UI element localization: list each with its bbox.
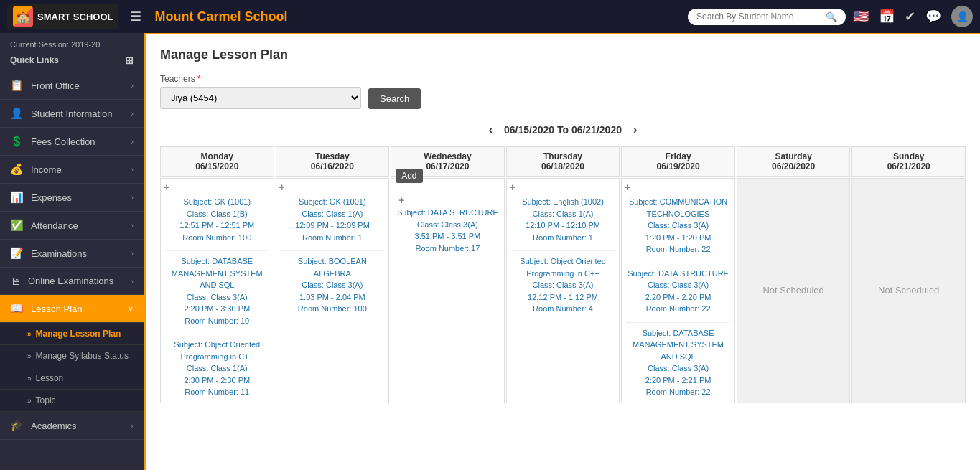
search-button[interactable]: Search bbox=[368, 88, 421, 109]
add-button-thursday[interactable]: + bbox=[510, 182, 515, 193]
lesson-card: Subject: GK (1001) Class: Class 1(A) 12:… bbox=[281, 196, 385, 243]
search-input[interactable] bbox=[696, 11, 821, 22]
lesson-link[interactable]: Subject: DATABASE MANAGEMENT SYSTEM AND … bbox=[633, 329, 724, 361]
sidebar-item-student-info[interactable]: 👤 Student Information › bbox=[0, 100, 144, 128]
sidebar-item-fees[interactable]: 💲 Fees Collection › bbox=[0, 128, 144, 156]
online-exam-icon: 🖥 bbox=[10, 275, 21, 287]
lesson-plan-icon: 📖 bbox=[10, 302, 24, 315]
add-button-monday[interactable]: + bbox=[164, 182, 169, 193]
sidebar-item-attendance[interactable]: ✅ Attendance › bbox=[0, 212, 144, 240]
hamburger-icon[interactable]: ☰ bbox=[130, 9, 141, 24]
cal-header-saturday: Saturday 06/20/2020 bbox=[737, 146, 851, 177]
sidebar-sub-lesson-plan: » Manage Lesson Plan » Manage Syllabus S… bbox=[0, 323, 144, 412]
search-icon: 🔍 bbox=[826, 11, 837, 22]
add-button-friday[interactable]: + bbox=[625, 182, 630, 193]
lesson-card: Subject: English (1002) Class: Class 1(A… bbox=[511, 196, 615, 243]
chevron-icon: › bbox=[131, 249, 134, 258]
lesson-card: Subject: DATABASE MANAGEMENT SYSTEM AND … bbox=[165, 250, 269, 326]
grid-icon[interactable]: ⊞ bbox=[125, 55, 134, 66]
cal-cell-thursday: + Subject: English (1002) Class: Class 1… bbox=[506, 178, 620, 403]
chevron-icon: › bbox=[131, 221, 134, 230]
sidebar: Current Session: 2019-20 Quick Links ⊞ 📋… bbox=[0, 33, 144, 470]
search-box: 🔍 bbox=[688, 9, 846, 25]
cal-header-thursday: Thursday 06/18/2020 bbox=[506, 146, 620, 177]
lesson-link[interactable]: Subject: Object Oriented Programming in … bbox=[174, 340, 260, 361]
sidebar-sub-manage-lesson[interactable]: » Manage Lesson Plan bbox=[0, 323, 144, 345]
lesson-card: Subject: BOOLEAN ALGEBRA Class: Class 3(… bbox=[281, 250, 385, 315]
lesson-link[interactable]: Subject: COMMUNICATION TECHNOLOGIES bbox=[629, 197, 727, 218]
cal-header-monday: Monday 06/15/2020 bbox=[160, 146, 274, 177]
lesson-link[interactable]: Subject: DATA STRUCTURE bbox=[397, 208, 498, 217]
cal-cell-sunday: Not Scheduled bbox=[851, 178, 966, 403]
chevron-icon: › bbox=[131, 81, 134, 90]
sidebar-item-lesson-plan[interactable]: 📖 Lesson Plan ∨ bbox=[0, 295, 144, 323]
calendar-nav: ‹ 06/15/2020 To 06/21/2020 › bbox=[160, 123, 966, 136]
cal-cell-tuesday: + Subject: GK (1001) Class: Class 1(A) 1… bbox=[276, 178, 390, 403]
sidebar-item-examinations[interactable]: 📝 Examinations › bbox=[0, 240, 144, 268]
lesson-card: Subject: DATABASE MANAGEMENT SYSTEM AND … bbox=[626, 322, 730, 398]
add-button-tuesday[interactable]: + bbox=[279, 182, 285, 193]
sidebar-item-online-exam[interactable]: 🖥 Online Examinations › bbox=[0, 268, 144, 295]
avatar[interactable]: 👤 bbox=[951, 6, 973, 27]
fees-icon: 💲 bbox=[10, 135, 24, 148]
bullet-icon: » bbox=[27, 330, 32, 338]
lesson-card: Subject: DATA STRUCTURE Class: Class 3(A… bbox=[626, 263, 730, 315]
cal-header-sunday: Sunday 06/21/2020 bbox=[851, 146, 966, 177]
logo[interactable]: 🏫 SMART SCHOOL bbox=[7, 4, 118, 29]
teacher-form-group: Teachers * Jiya (5454) bbox=[160, 74, 361, 109]
quick-links: Quick Links ⊞ bbox=[0, 52, 144, 72]
required-star: * bbox=[197, 74, 201, 84]
teacher-select[interactable]: Jiya (5454) bbox=[160, 87, 361, 109]
sidebar-item-front-office[interactable]: 📋 Front Office › bbox=[0, 72, 144, 100]
sidebar-item-expenses[interactable]: 📊 Expenses › bbox=[0, 184, 144, 212]
lesson-link[interactable]: Subject: English (1002) bbox=[522, 197, 604, 206]
lesson-link[interactable]: Subject: Object Oriented Programming in … bbox=[520, 257, 606, 278]
academics-icon: 🎓 bbox=[10, 419, 24, 432]
sidebar-sub-topic[interactable]: » Topic bbox=[0, 390, 144, 412]
school-name: Mount Carmel School bbox=[154, 9, 681, 24]
add-button-wednesday[interactable]: + bbox=[398, 194, 404, 206]
not-scheduled-saturday: Not Scheduled bbox=[762, 285, 823, 296]
add-tooltip-label: Add bbox=[396, 169, 422, 183]
date-range: 06/15/2020 To 06/21/2020 bbox=[504, 124, 622, 136]
flag-icon[interactable]: 🇺🇸 bbox=[853, 9, 869, 24]
sidebar-sub-lesson[interactable]: » Lesson bbox=[0, 367, 144, 390]
cal-cell-monday: + Subject: GK (1001) Class: Class 1(B) 1… bbox=[160, 178, 274, 403]
chevron-icon: › bbox=[131, 421, 134, 430]
lesson-card: Subject: GK (1001) Class: Class 1(B) 12:… bbox=[165, 196, 269, 243]
teacher-form-section: Teachers * Jiya (5454) Search bbox=[160, 74, 966, 109]
lesson-link[interactable]: Subject: GK (1001) bbox=[184, 197, 251, 206]
sidebar-sub-manage-syllabus[interactable]: » Manage Syllabus Status bbox=[0, 345, 144, 367]
expenses-icon: 📊 bbox=[10, 191, 24, 204]
examinations-icon: 📝 bbox=[10, 247, 24, 260]
next-arrow[interactable]: › bbox=[633, 123, 637, 136]
bullet-icon: » bbox=[27, 375, 32, 382]
content-inner: Manage Lesson Plan Teachers * Jiya (5454… bbox=[146, 34, 980, 416]
lesson-card: Subject: COMMUNICATION TECHNOLOGIES Clas… bbox=[626, 196, 730, 255]
lesson-link[interactable]: Subject: GK (1001) bbox=[299, 197, 366, 206]
lesson-link[interactable]: Subject: DATA STRUCTURE bbox=[627, 269, 729, 278]
calendar-grid: Monday 06/15/2020 Tuesday 06/16/2020 Wed… bbox=[160, 146, 966, 403]
sidebar-item-income[interactable]: 💰 Income › bbox=[0, 156, 144, 184]
teacher-label: Teachers * bbox=[160, 74, 361, 84]
lesson-link[interactable]: Subject: BOOLEAN ALGEBRA bbox=[298, 257, 367, 278]
not-scheduled-sunday: Not Scheduled bbox=[878, 285, 939, 296]
lesson-link[interactable]: Subject: DATABASE MANAGEMENT SYSTEM AND … bbox=[172, 257, 263, 289]
income-icon: 💰 bbox=[10, 163, 24, 176]
lesson-card: Subject: Object Oriented Programming in … bbox=[511, 250, 615, 315]
content-area: Manage Lesson Plan Teachers * Jiya (5454… bbox=[144, 33, 980, 470]
prev-arrow[interactable]: ‹ bbox=[489, 123, 493, 136]
session-info: Current Session: 2019-20 bbox=[0, 33, 144, 52]
front-office-icon: 📋 bbox=[10, 79, 24, 92]
cal-header-tuesday: Tuesday 06/16/2020 bbox=[276, 146, 390, 177]
bullet-icon: » bbox=[27, 397, 32, 405]
sidebar-item-academics[interactable]: 🎓 Academics › bbox=[0, 412, 144, 440]
topbar-icons: 🇺🇸 📅 ✔ 💬 👤 bbox=[853, 6, 973, 27]
main-layout: Current Session: 2019-20 Quick Links ⊞ 📋… bbox=[0, 33, 980, 470]
chevron-icon: › bbox=[131, 137, 134, 146]
topbar: 🏫 SMART SCHOOL ☰ Mount Carmel School 🔍 🇺… bbox=[0, 0, 980, 33]
whatsapp-icon[interactable]: 💬 bbox=[925, 9, 941, 24]
chevron-icon: › bbox=[131, 109, 134, 118]
calendar-icon[interactable]: 📅 bbox=[879, 9, 895, 24]
checkmark-icon[interactable]: ✔ bbox=[905, 9, 915, 24]
